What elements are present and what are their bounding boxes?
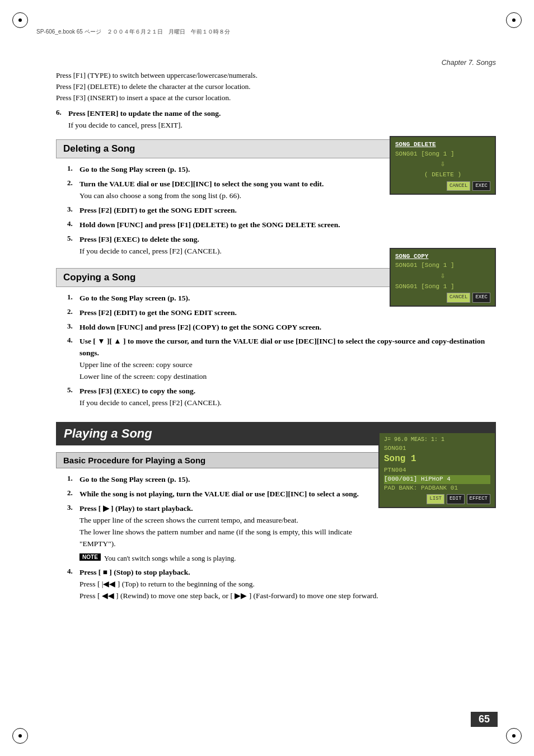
copy-step-5-content: Press [F3] (EXEC) to copy the song. If y… bbox=[79, 386, 496, 409]
delete-step-5-bold: Press [F3] (EXEC) to delete the song. bbox=[79, 235, 199, 243]
lcd-play-line4: PTN004 bbox=[384, 466, 490, 475]
intro-line3: Press [F3] (INSERT) to insert a space at… bbox=[56, 92, 496, 104]
lcd-play-btns: LIST EDIT EFFECT bbox=[384, 494, 490, 504]
intro-lines: Press [F1] (TYPE) to switch between uppe… bbox=[56, 70, 496, 104]
play-step-2-num: 2. bbox=[67, 489, 79, 497]
step-6-sub: If you decide to cancel, press [EXIT]. bbox=[68, 121, 182, 129]
delete-step-3-num: 3. bbox=[67, 205, 79, 214]
delete-step-4-num: 4. bbox=[67, 219, 79, 228]
step-6-num: 6. bbox=[56, 108, 68, 117]
delete-step-4: 4. Hold down [FUNC] and press [F1] (DELE… bbox=[67, 219, 496, 231]
lcd-play-line3: Song 1 bbox=[384, 453, 490, 466]
delete-step-1-bold: Go to the Song Play screen (p. 15). bbox=[79, 165, 190, 173]
copy-step-4-bold: Use [ ▼ ][ ▲ ] to move the cursor, and t… bbox=[79, 337, 485, 357]
corner-mark-bl bbox=[12, 728, 28, 744]
copy-step-4-num: 4. bbox=[67, 336, 79, 345]
delete-step-4-content: Hold down [FUNC] and press [F1] (DELETE)… bbox=[79, 219, 496, 231]
play-step-4-bold: Press [ ■ ] (Stop) to stop playback. bbox=[79, 568, 190, 576]
lcd-play-edit-btn: EDIT bbox=[447, 494, 465, 504]
delete-step-1: 1. Go to the Song Play screen (p. 15). bbox=[67, 164, 383, 176]
play-step-3-content: Press [ ▶ ] (Play) to start playback. Th… bbox=[79, 503, 372, 550]
delete-step-1-content: Go to the Song Play screen (p. 15). bbox=[79, 164, 383, 176]
lcd-play-list-btn: LIST bbox=[427, 494, 444, 504]
copy-step-3-num: 3. bbox=[67, 322, 79, 331]
play-step-1-bold: Go to the Song Play screen (p. 15). bbox=[79, 475, 190, 483]
copy-step-5-sub: If you decide to cancel, press [F2] (CAN… bbox=[79, 398, 222, 407]
delete-step-3-bold: Press [F2] (EDIT) to get the SONG EDIT s… bbox=[79, 206, 237, 214]
corner-mark-tr bbox=[506, 12, 522, 28]
delete-step-4-bold: Hold down [FUNC] and press [F1] (DELETE)… bbox=[79, 220, 340, 229]
lcd-delete-arrow: ⇩ bbox=[395, 158, 490, 170]
lcd-play-line5: [000/001] HiPHoP 4 bbox=[384, 475, 490, 484]
copy-step-4: 4. Use [ ▼ ][ ▲ ] to move the cursor, an… bbox=[67, 336, 496, 383]
playing-steps: J= 96.0 MEAS: 1: 1 SONG01 Song 1 PTN004 … bbox=[56, 474, 496, 604]
corner-mark-br bbox=[506, 728, 522, 744]
header-bar: SP-606_e.book 65 ページ ２００４年６月２１日 月曜日 午前１０… bbox=[36, 28, 498, 36]
intro-line1: Press [F1] (TYPE) to switch between uppe… bbox=[56, 70, 496, 81]
play-step-4-content: Press [ ■ ] (Stop) to stop playback. Pre… bbox=[79, 567, 496, 602]
copy-step-4-sub1: Upper line of the screen: copy source bbox=[79, 360, 193, 369]
lcd-copy-line2: SONG01 [Song 1 ] bbox=[395, 282, 490, 292]
deleting-lcd: SONG DELETE SONG01 [Song 1 ] ⇩ ( DELETE … bbox=[390, 136, 496, 195]
delete-step-5: 5. Press [F3] (EXEC) to delete the song.… bbox=[67, 234, 496, 257]
corner-mark-tl bbox=[12, 12, 28, 28]
delete-step-5-sub: If you decide to cancel, press [F2] (CAN… bbox=[79, 247, 222, 255]
delete-step-3: 3. Press [F2] (EDIT) to get the SONG EDI… bbox=[67, 205, 496, 217]
copy-step-4-content: Use [ ▼ ][ ▲ ] to move the cursor, and t… bbox=[79, 336, 496, 383]
note-text: You can't switch songs while a song is p… bbox=[104, 553, 236, 564]
delete-step-3-content: Press [F2] (EDIT) to get the SONG EDIT s… bbox=[79, 205, 496, 217]
lcd-copy-cancel-btn: CANCEL bbox=[447, 293, 470, 303]
lcd-delete-line2: ( DELETE ) bbox=[395, 170, 490, 180]
play-step-3-sub1: The upper line of the screen shows the c… bbox=[79, 516, 298, 524]
copy-step-1-num: 1. bbox=[67, 293, 79, 302]
copy-step-2: 2. Press [F2] (EDIT) to get the SONG EDI… bbox=[67, 307, 496, 319]
delete-step-1-num: 1. bbox=[67, 164, 79, 173]
copy-step-3-bold: Hold down [FUNC] and press [F2] (COPY) t… bbox=[79, 323, 321, 331]
page-number: 65 bbox=[471, 712, 498, 727]
copy-step-3-content: Hold down [FUNC] and press [F2] (COPY) t… bbox=[79, 322, 496, 334]
copy-step-3: 3. Hold down [FUNC] and press [F2] (COPY… bbox=[67, 322, 496, 334]
step-6-content: Press [ENTER] to update the name of the … bbox=[68, 108, 496, 132]
delete-step-2-bold: Turn the VALUE dial or use [DEC][INC] to… bbox=[79, 180, 324, 188]
copy-step-2-content: Press [F2] (EDIT) to get the SONG EDIT s… bbox=[79, 307, 496, 319]
copying-steps: SONG COPY SONG01 [Song 1 ] ⇩ SONG01 [Son… bbox=[56, 293, 496, 412]
lcd-cancel-btn: CANCEL bbox=[447, 181, 470, 191]
lcd-play-line1: J= 96.0 MEAS: 1: 1 bbox=[384, 436, 490, 444]
copy-step-1-bold: Go to the Song Play screen (p. 15). bbox=[79, 294, 190, 302]
lcd-copy-line1: SONG01 [Song 1 ] bbox=[395, 261, 490, 270]
lcd-delete-title: SONG DELETE bbox=[395, 140, 490, 149]
lcd-play-line2: SONG01 bbox=[384, 444, 490, 453]
lcd-delete-btns: CANCEL EXEC bbox=[395, 181, 490, 191]
play-step-4: 4. Press [ ■ ] (Stop) to stop playback. … bbox=[67, 567, 496, 602]
step-6-bold: Press [ENTER] to update the name of the … bbox=[68, 109, 221, 118]
delete-step-2-content: Turn the VALUE dial or use [DEC][INC] to… bbox=[79, 179, 383, 202]
lcd-copy-btns: CANCEL EXEC bbox=[395, 293, 490, 303]
delete-step-2-num: 2. bbox=[67, 179, 79, 187]
main-content: Press [F1] (TYPE) to switch between uppe… bbox=[56, 70, 496, 609]
lcd-play-line6: PAD BANK: PADBANK 01 bbox=[384, 484, 490, 493]
copy-step-2-bold: Press [F2] (EDIT) to get the SONG EDIT s… bbox=[79, 308, 237, 317]
chapter-label: Chapter 7. Songs bbox=[442, 59, 496, 67]
intro-line2: Press [F2] (DELETE) to delete the charac… bbox=[56, 81, 496, 92]
copy-step-1: 1. Go to the Song Play screen (p. 15). bbox=[67, 293, 383, 304]
lcd-exec-btn: EXEC bbox=[472, 181, 490, 191]
play-step-4-num: 4. bbox=[67, 567, 79, 576]
copy-step-1-content: Go to the Song Play screen (p. 15). bbox=[79, 293, 383, 304]
play-step-3: 3. Press [ ▶ ] (Play) to start playback.… bbox=[67, 503, 372, 550]
note-box: NOTE You can't switch songs while a song… bbox=[79, 553, 496, 564]
play-step-2-content: While the song is not playing, turn the … bbox=[79, 489, 372, 500]
header-text: SP-606_e.book 65 ページ ２００４年６月２１日 月曜日 午前１０… bbox=[36, 29, 230, 35]
lcd-copy-exec-btn: EXEC bbox=[472, 293, 490, 303]
delete-step-5-num: 5. bbox=[67, 234, 79, 243]
copy-step-2-num: 2. bbox=[67, 307, 79, 316]
delete-step-2-sub: You can also choose a song from the song… bbox=[79, 191, 241, 200]
lcd-copy-arrow: ⇩ bbox=[395, 270, 490, 282]
step-6: 6. Press [ENTER] to update the name of t… bbox=[56, 108, 496, 132]
lcd-play-effect-btn: EFFECT bbox=[467, 494, 490, 504]
playing-lcd: J= 96.0 MEAS: 1: 1 SONG01 Song 1 PTN004 … bbox=[378, 432, 496, 508]
play-step-2: 2. While the song is not playing, turn t… bbox=[67, 489, 372, 500]
delete-step-5-content: Press [F3] (EXEC) to delete the song. If… bbox=[79, 234, 496, 257]
copy-step-4-sub2: Lower line of the screen: copy destinati… bbox=[79, 372, 207, 381]
play-step-3-sub2: The lower line shows the pattern number … bbox=[79, 528, 352, 548]
play-step-3-num: 3. bbox=[67, 503, 79, 512]
